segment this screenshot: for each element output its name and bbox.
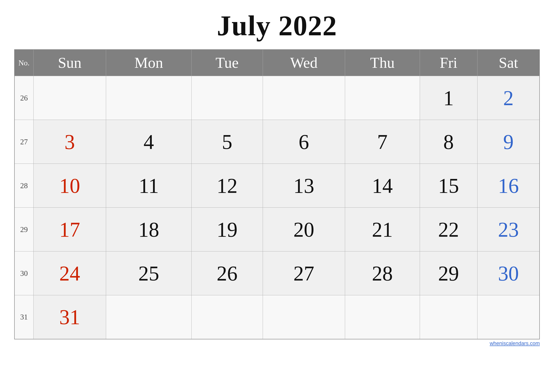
header-tue: Tue <box>191 49 263 76</box>
week-number-31: 31 <box>14 295 33 339</box>
day-cell <box>33 76 106 120</box>
day-cell <box>420 295 477 339</box>
day-cell <box>106 295 192 339</box>
day-cell: 27 <box>263 252 345 295</box>
week-row-29: 2917181920212223 <box>14 208 540 252</box>
day-cell: 23 <box>477 208 540 252</box>
day-cell <box>477 295 540 339</box>
day-cell: 28 <box>345 252 420 295</box>
day-cell <box>191 76 263 120</box>
week-number-29: 29 <box>14 208 33 252</box>
week-number-26: 26 <box>14 76 33 120</box>
week-row-26: 2612 <box>14 76 540 120</box>
week-row-28: 2810111213141516 <box>14 164 540 208</box>
day-cell: 8 <box>420 120 477 164</box>
calendar-title: July 2022 <box>217 9 337 42</box>
week-row-27: 273456789 <box>14 120 540 164</box>
day-cell: 5 <box>191 120 263 164</box>
week-number-30: 30 <box>14 252 33 295</box>
header-wed: Wed <box>263 49 345 76</box>
calendar-table: No. Sun Mon Tue Wed Thu Fri Sat 26122734… <box>14 49 540 339</box>
week-number-27: 27 <box>14 120 33 164</box>
day-cell: 17 <box>33 208 106 252</box>
calendar-wrapper: No. Sun Mon Tue Wed Thu Fri Sat 26122734… <box>14 49 540 346</box>
header-mon: Mon <box>106 49 192 76</box>
header-row: No. Sun Mon Tue Wed Thu Fri Sat <box>14 49 540 76</box>
day-cell: 26 <box>191 252 263 295</box>
day-cell: 15 <box>420 164 477 208</box>
day-cell: 14 <box>345 164 420 208</box>
day-cell: 19 <box>191 208 263 252</box>
day-cell: 10 <box>33 164 106 208</box>
day-cell <box>106 76 192 120</box>
day-cell: 1 <box>420 76 477 120</box>
day-cell: 2 <box>477 76 540 120</box>
day-cell: 13 <box>263 164 345 208</box>
day-cell <box>191 295 263 339</box>
day-cell: 4 <box>106 120 192 164</box>
day-cell <box>263 295 345 339</box>
day-cell <box>345 295 420 339</box>
day-cell: 20 <box>263 208 345 252</box>
day-cell: 3 <box>33 120 106 164</box>
week-row-31: 3131 <box>14 295 540 339</box>
day-cell: 24 <box>33 252 106 295</box>
day-cell: 6 <box>263 120 345 164</box>
day-cell: 11 <box>106 164 192 208</box>
header-sun: Sun <box>33 49 106 76</box>
day-cell: 12 <box>191 164 263 208</box>
header-sat: Sat <box>477 49 540 76</box>
day-cell: 9 <box>477 120 540 164</box>
header-fri: Fri <box>420 49 477 76</box>
watermark[interactable]: wheniscalendars.com <box>14 340 540 346</box>
day-cell: 21 <box>345 208 420 252</box>
week-row-30: 3024252627282930 <box>14 252 540 295</box>
day-cell: 16 <box>477 164 540 208</box>
day-cell <box>263 76 345 120</box>
day-cell: 18 <box>106 208 192 252</box>
day-cell: 22 <box>420 208 477 252</box>
header-no: No. <box>14 49 33 76</box>
day-cell: 31 <box>33 295 106 339</box>
day-cell: 25 <box>106 252 192 295</box>
day-cell: 7 <box>345 120 420 164</box>
day-cell <box>345 76 420 120</box>
day-cell: 29 <box>420 252 477 295</box>
week-number-28: 28 <box>14 164 33 208</box>
header-thu: Thu <box>345 49 420 76</box>
day-cell: 30 <box>477 252 540 295</box>
